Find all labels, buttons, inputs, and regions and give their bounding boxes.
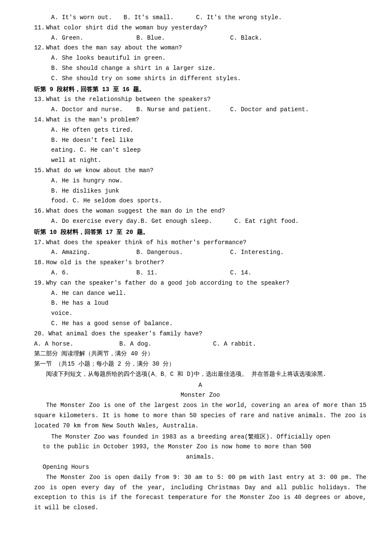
answer-options-row: A. Doctor and nurse.B. Nurse and patient… (34, 105, 366, 115)
answer-line: eating. C. He can't sleep (51, 145, 366, 156)
option-a: A. Green. (51, 33, 136, 43)
question-number: 18. (34, 258, 46, 268)
answer-single-line: A. He can dance well. (34, 289, 366, 299)
answer-line: B. He has a loud (51, 298, 366, 309)
indented-text: The Monster Zoo was founded in 1983 as a… (34, 432, 366, 442)
option-a: A. 6. (51, 268, 136, 278)
question-line: 12.What does the man say about the woman… (34, 43, 366, 53)
main-content: A. It's worn out.B. It's small.C. It's t… (34, 13, 366, 513)
paragraph: 阅读下列短文，从每题所给的四个选项(A、B、C 和 D)中，选出最佳选项。 并在… (34, 369, 366, 380)
question-line: 11.What color shirt did the woman buy ye… (34, 23, 366, 33)
answer-single-line: B. She should change a shirt in a larger… (34, 63, 366, 74)
answer-options-row: A. Amazing.B. Dangerous.C. Interesting. (34, 248, 366, 258)
answer-options-row: A. Green.B. Blue.C. Black. (34, 33, 366, 43)
option-b: B. Blue. (136, 33, 230, 43)
question-line: 13.What is the relationship between the … (34, 95, 366, 105)
answer-line: food. C. He seldom does sports. (51, 196, 366, 206)
question-line: 17.What does the speaker think of his mo… (34, 238, 366, 248)
answer-options-row: A. It's worn out.B. It's small.C. It's t… (34, 13, 366, 23)
option-c: C. Black. (230, 33, 262, 43)
answer-line: B. He doesn't feel like (51, 136, 366, 146)
answer-line: well at night. (51, 156, 366, 166)
option-c: C. 14. (230, 268, 251, 278)
opening-hours-title: Opening Hours (34, 462, 366, 473)
centered-text: animals. (34, 452, 366, 462)
question-number: 19. (34, 278, 46, 289)
option-c: C. A rabbit. (213, 339, 256, 349)
option-b: B. A dog. (119, 339, 213, 349)
question-number: 17. (34, 238, 46, 248)
option-a: A. A horse. (34, 339, 119, 349)
question-text: What is the man's problem? (46, 115, 366, 125)
question-number: 11. (34, 23, 46, 33)
option-a: A. Do exercise every day. (51, 216, 141, 227)
question-number: 12. (34, 43, 46, 53)
answer-multiline: B. He has a loudvoice. (34, 298, 366, 319)
answer-single-line: C. She should try on some shirts in diff… (34, 74, 366, 84)
centered-text: Monster Zoo (34, 390, 366, 401)
answer-single-line: A. He often gets tired. (34, 125, 366, 136)
indented-text2: to the public in October 1993, the Monst… (34, 442, 366, 452)
option-c: C. It's the wrong style. (196, 13, 282, 23)
option-c: C. Doctor and patient. (230, 105, 309, 115)
plain-text-bold: 第一节 （共15 小题；每小题 2 分，满分 30 分） (34, 359, 366, 369)
question-line: 20. What animal does the speaker's famil… (34, 329, 366, 339)
answer-line: A. He is hungry now. (51, 176, 366, 186)
answer-options-row: A. 6.B. 11.C. 14. (34, 268, 366, 278)
answer-single-line: A. She looks beautiful in green. (34, 53, 366, 63)
question-text: Why can the speaker's father do a good j… (46, 278, 366, 289)
option-a: A. Doctor and nurse. (51, 105, 136, 115)
question-line: 14.What is the man's problem? (34, 115, 366, 125)
option-b: B. Get enough sleep. (141, 216, 234, 227)
question-line: 18.How old is the speaker's brother? (34, 258, 366, 268)
option-b: B. Dangerous. (136, 248, 230, 258)
option-a: A. Amazing. (51, 248, 136, 258)
question-line: 19.Why can the speaker's father do a goo… (34, 278, 366, 289)
question-number: 16. (34, 206, 46, 216)
answer-line: B. He dislikes junk (51, 186, 366, 196)
answer-multiline: B. He doesn't feel likeeating. C. He can… (34, 136, 366, 166)
question-number: 15. (34, 166, 46, 176)
answer-line: voice. (51, 309, 366, 319)
option-b: B. It's small. (124, 13, 192, 23)
paragraph: The Monster Zoo is open daily from 9: 30… (34, 473, 366, 513)
centered-text: A (34, 381, 366, 391)
section-header: 听第 9 段材料，回答第 13 至 16 题。 (34, 85, 366, 95)
answer-options-row: A. Do exercise every day.B. Get enough s… (34, 216, 366, 227)
plain-text: 第二部分 阅读理解（共两节，满分 40 分） (34, 349, 366, 359)
question-number: 13. (34, 95, 46, 105)
question-text: What does the man say about the woman? (46, 43, 366, 53)
question-text: How old is the speaker's brother? (46, 258, 366, 268)
question-line: 15.What do we know about the man? (34, 166, 366, 176)
answer-multiline2: A. He is hungry now.B. He dislikes junkf… (34, 176, 366, 206)
question-number: 14. (34, 115, 46, 125)
answer-single-line: C. He has a good sense of balance. (34, 319, 366, 329)
section-header: 听第 10 段材料，回答第 17 至 20 题。 (34, 228, 366, 238)
option-c: C. Interesting. (230, 248, 284, 258)
paragraph: The Monster Zoo is one of the largest zo… (34, 401, 366, 431)
option-b: B. 11. (136, 268, 230, 278)
answer-options-row: A. A horse.B. A dog.C. A rabbit. (34, 339, 366, 349)
question-text: What is the relationship between the spe… (46, 95, 366, 105)
question-text: What do we know about the man? (46, 166, 366, 176)
question-text: What color shirt did the woman buy yeste… (46, 23, 366, 33)
option-b: B. Nurse and patient. (136, 105, 230, 115)
question-text: What does the woman suggest the man do i… (46, 206, 366, 216)
question-text: What does the speaker think of his mothe… (46, 238, 366, 248)
option-c: C. Eat right food. (234, 216, 299, 227)
option-a: A. It's worn out. (51, 13, 119, 23)
question-line: 16.What does the woman suggest the man d… (34, 206, 366, 216)
